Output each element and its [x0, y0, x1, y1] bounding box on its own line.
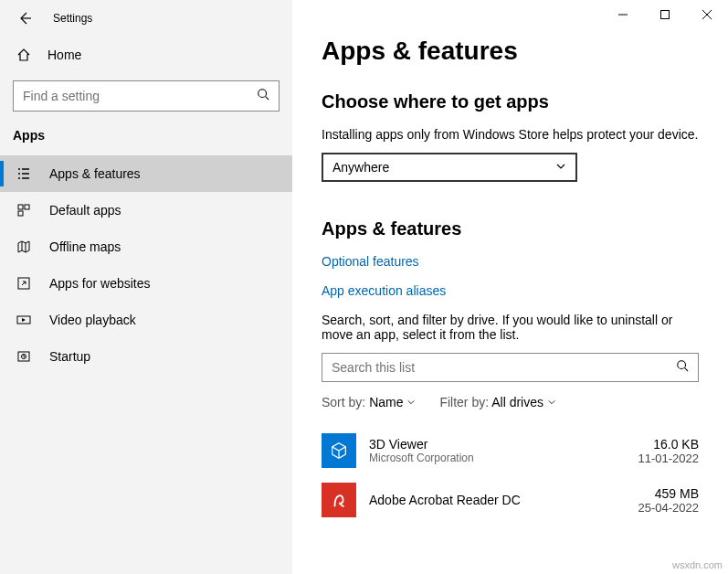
sidebar-item-default-apps[interactable]: Default apps [0, 192, 292, 229]
app-list-item[interactable]: 3D Viewer Microsoft Corporation 16.0 KB … [322, 426, 699, 475]
chevron-down-icon [547, 395, 556, 409]
watermark: wsxdn.com [672, 559, 723, 570]
sort-by-dropdown[interactable]: Sort by: Name [322, 395, 416, 409]
window-controls [602, 0, 728, 29]
close-button[interactable] [686, 0, 728, 29]
chevron-down-icon [555, 160, 566, 175]
filter-by-dropdown[interactable]: Filter by: All drives [439, 395, 556, 409]
chevron-down-icon [406, 395, 416, 409]
search-input[interactable] [23, 89, 269, 103]
svg-point-0 [258, 90, 267, 98]
video-icon [16, 313, 31, 327]
sidebar: Settings Home Apps Apps & features [0, 0, 292, 574]
section-description: Installing apps only from Windows Store … [322, 127, 699, 142]
sidebar-category: Apps [0, 128, 292, 155]
section-description: Search, sort, and filter by drive. If yo… [322, 313, 699, 342]
app-publisher: Microsoft Corporation [369, 452, 626, 464]
sidebar-home-label: Home [47, 48, 81, 62]
app-name: Adobe Acrobat Reader DC [369, 493, 626, 507]
sidebar-item-label: Apps & features [49, 166, 141, 181]
section-heading: Apps & features [322, 218, 699, 239]
maximize-button[interactable] [644, 0, 686, 29]
dropdown-value: Anywhere [332, 160, 389, 175]
app-name: 3D Viewer [369, 437, 626, 452]
startup-icon [16, 349, 31, 364]
app-size: 459 MB [638, 486, 700, 501]
section-heading: Choose where to get apps [322, 91, 699, 112]
app-size: 16.0 KB [638, 437, 700, 452]
svg-rect-3 [18, 211, 23, 216]
svg-point-9 [678, 361, 686, 369]
sidebar-home[interactable]: Home [0, 37, 292, 73]
main-pane: Apps & features Choose where to get apps… [292, 0, 728, 574]
app-execution-aliases-link[interactable]: App execution aliases [322, 283, 699, 298]
sidebar-item-label: Apps for websites [49, 276, 151, 291]
back-arrow-icon[interactable] [16, 10, 33, 27]
svg-rect-1 [18, 205, 23, 209]
page-title: Apps & features [322, 37, 699, 66]
window-title: Settings [53, 12, 92, 25]
app-date: 25-04-2022 [638, 501, 700, 515]
home-icon [16, 48, 31, 62]
sidebar-item-startup[interactable]: Startup [0, 338, 292, 375]
app-search-input[interactable] [332, 360, 689, 375]
app-icon [322, 433, 356, 468]
open-icon [16, 276, 31, 291]
app-date: 11-01-2022 [638, 452, 700, 465]
app-source-dropdown[interactable]: Anywhere [322, 153, 577, 182]
sidebar-item-label: Startup [49, 349, 90, 364]
sort-filter-bar: Sort by: Name Filter by: All drives [322, 395, 699, 409]
sidebar-item-offline-maps[interactable]: Offline maps [0, 229, 292, 265]
sidebar-item-label: Offline maps [49, 239, 121, 254]
sidebar-search[interactable] [13, 80, 280, 112]
app-list-item[interactable]: Adobe Acrobat Reader DC 459 MB 25-04-202… [322, 475, 699, 525]
search-icon [257, 88, 269, 104]
sidebar-item-label: Video playback [49, 313, 136, 327]
defaults-icon [16, 203, 31, 218]
app-list-search[interactable] [322, 353, 699, 382]
list-icon [16, 166, 31, 181]
sidebar-item-video-playback[interactable]: Video playback [0, 302, 292, 338]
svg-rect-2 [25, 205, 29, 209]
sidebar-item-apps-websites[interactable]: Apps for websites [0, 265, 292, 302]
svg-rect-8 [661, 11, 670, 19]
titlebar: Settings [0, 0, 292, 37]
search-icon [676, 359, 689, 376]
app-icon [322, 483, 356, 517]
optional-features-link[interactable]: Optional features [322, 254, 699, 269]
sidebar-item-apps-features[interactable]: Apps & features [0, 155, 292, 192]
map-icon [16, 239, 31, 254]
minimize-button[interactable] [602, 0, 644, 29]
sidebar-item-label: Default apps [49, 203, 121, 218]
